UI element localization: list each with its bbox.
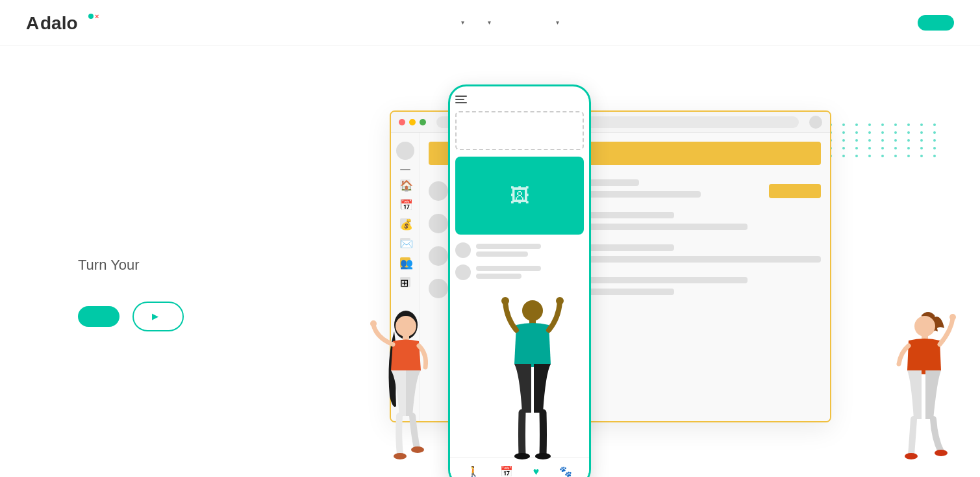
nav-actions bbox=[907, 15, 954, 31]
sidebar-calendar-icon: 📅 bbox=[400, 199, 410, 209]
sidebar-home-icon: 🏠 bbox=[400, 179, 410, 190]
svg-point-9 bbox=[411, 446, 424, 453]
sidebar-grid-icon: ⊞ bbox=[400, 277, 410, 287]
nav-product[interactable]: ▾ bbox=[459, 19, 464, 26]
svg-point-19 bbox=[905, 453, 918, 459]
sidebar-avatar bbox=[396, 142, 414, 160]
list-avatar-3 bbox=[429, 246, 448, 266]
phone-menu-icon bbox=[455, 96, 584, 103]
sidebar-mail-icon: ✉️ bbox=[400, 238, 410, 248]
list-avatar-2 bbox=[429, 214, 448, 233]
browser-min-dot bbox=[409, 119, 416, 125]
svg-point-18 bbox=[949, 314, 956, 320]
sidebar-coin-icon: 💰 bbox=[400, 218, 410, 229]
signup-button[interactable] bbox=[918, 15, 954, 31]
logo[interactable]: A dalo × bbox=[26, 10, 110, 36]
decorative-dot bbox=[933, 147, 936, 149]
svg-text:A: A bbox=[26, 13, 39, 33]
nav-learn[interactable]: ▾ bbox=[553, 19, 559, 26]
get-started-button[interactable] bbox=[78, 306, 119, 327]
list-action-btn-1 bbox=[769, 184, 821, 198]
character-left bbox=[370, 305, 442, 477]
svg-point-14 bbox=[514, 453, 530, 459]
svg-point-2 bbox=[88, 14, 94, 19]
hero-buttons: ▶ bbox=[78, 302, 390, 331]
list-avatar-1 bbox=[429, 181, 448, 201]
showcase-chevron-icon: ▾ bbox=[488, 19, 491, 26]
logo-svg: A dalo × bbox=[26, 10, 110, 36]
phone-list-avatar-2 bbox=[455, 264, 471, 280]
list-avatar-4 bbox=[429, 279, 448, 298]
phone-nav-walk-icon: 🚶 bbox=[467, 465, 480, 477]
decorative-dot bbox=[933, 155, 936, 157]
navbar: A dalo × ▾ ▾ ▾ bbox=[0, 0, 980, 45]
watch-video-button[interactable]: ▶ bbox=[132, 302, 184, 331]
product-chevron-icon: ▾ bbox=[461, 19, 464, 26]
hero-left: Turn Your ▶ bbox=[78, 241, 390, 331]
hero-subtitle: Turn Your bbox=[78, 254, 390, 276]
sidebar-users-icon: 👥 bbox=[400, 257, 410, 268]
browser-user-icon bbox=[809, 116, 822, 129]
sidebar-menu-icon bbox=[400, 169, 410, 170]
hero-section: // Generate dots const dotsContainer = d… bbox=[0, 45, 980, 477]
svg-point-8 bbox=[394, 453, 407, 459]
svg-point-5 bbox=[396, 316, 416, 337]
phone-placeholder-box bbox=[455, 111, 584, 150]
phone-list-avatar-1 bbox=[455, 242, 471, 258]
svg-point-7 bbox=[370, 320, 377, 327]
learn-chevron-icon: ▾ bbox=[556, 19, 559, 26]
nav-links: ▾ ▾ ▾ bbox=[459, 19, 559, 26]
character-center bbox=[494, 292, 572, 477]
browser-max-dot bbox=[420, 119, 426, 125]
svg-text:dalo: dalo bbox=[40, 13, 78, 33]
phone-image-icon: 🖼 bbox=[510, 185, 529, 207]
hero-illustration: 🏠 📅 💰 ✉️ 👥 ⊞ bbox=[390, 84, 928, 477]
nav-showcase[interactable]: ▾ bbox=[485, 19, 491, 26]
decorative-dot bbox=[933, 139, 936, 142]
svg-point-16 bbox=[914, 316, 935, 337]
phone-list-item-2 bbox=[455, 264, 584, 280]
svg-point-13 bbox=[556, 297, 564, 305]
play-icon: ▶ bbox=[152, 312, 158, 321]
svg-point-12 bbox=[501, 297, 509, 305]
decorative-dot bbox=[933, 131, 936, 134]
svg-point-15 bbox=[535, 453, 551, 459]
svg-point-10 bbox=[522, 300, 543, 321]
decorative-dot bbox=[933, 123, 936, 126]
svg-point-20 bbox=[935, 450, 948, 456]
phone-list-item-1 bbox=[455, 242, 584, 258]
phone-teal-card: 🖼 bbox=[455, 157, 584, 235]
character-right bbox=[883, 305, 954, 477]
svg-text:×: × bbox=[95, 12, 99, 20]
browser-close-dot bbox=[399, 119, 405, 125]
